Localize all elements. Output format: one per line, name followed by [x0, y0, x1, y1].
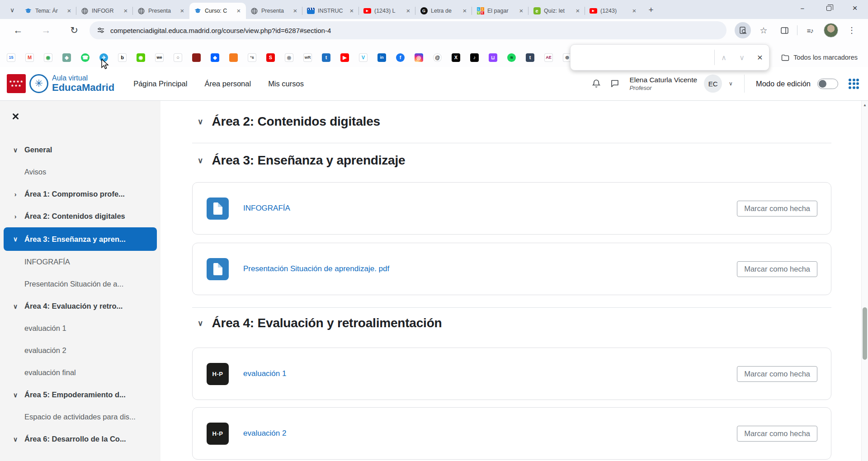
nav--rea-personal[interactable]: Área personal	[204, 80, 251, 88]
sidebar-section-área-4-evaluación-y-retro-[interactable]: ∨Área 4: Evaluación y retro...	[0, 295, 160, 317]
browser-tab-10[interactable]: eQuiz: let×	[528, 3, 585, 19]
wetransfer-favicon[interactable]: we	[155, 53, 164, 62]
browser-tab-11[interactable]: ▶(1243)×	[585, 3, 642, 19]
dropbox-favicon[interactable]: ◆	[211, 53, 219, 62]
sidebar-section-general[interactable]: ∨General	[0, 139, 160, 161]
santander-favicon[interactable]: S	[266, 53, 275, 62]
twitch-favicon[interactable]: ⊔	[489, 53, 497, 62]
close-drawer-icon[interactable]	[10, 111, 22, 122]
tab-search-chevron-icon[interactable]: ∨	[5, 2, 20, 18]
sidebar-section-área-2-contenidos-digitales[interactable]: ›Área 2: Contenidos digitales	[0, 205, 160, 227]
user-menu-chevron-icon[interactable]: ∨	[729, 80, 733, 87]
cs-site-favicon[interactable]: °s	[248, 53, 256, 62]
browser-tab-4[interactable]: Curso: C×	[189, 3, 246, 19]
tab-close-icon[interactable]: ×	[461, 7, 468, 14]
tab-close-icon[interactable]: ×	[574, 7, 581, 14]
sidebar-item-avisos[interactable]: Avisos	[0, 161, 160, 183]
browser-tab-6[interactable]: INSTRUC×	[302, 3, 359, 19]
linkedin-favicon[interactable]: in	[377, 53, 386, 62]
blue-box-site-favicon[interactable]: t	[322, 53, 330, 62]
tab-close-icon[interactable]: ×	[348, 7, 355, 14]
bookmark-star-icon[interactable]: ☆	[755, 22, 772, 38]
back-button[interactable]: ←	[10, 22, 26, 38]
side-panel-icon[interactable]	[776, 22, 793, 38]
google-maps-favicon[interactable]: ◉	[44, 53, 52, 62]
chevron-down-icon[interactable]: ∨	[198, 319, 203, 328]
mark-as-done-button[interactable]: Marcar como hecha	[737, 366, 817, 382]
tab-close-icon[interactable]: ×	[631, 7, 638, 14]
sidebar-item-infografía[interactable]: INFOGRAFÍA	[0, 251, 160, 273]
instagram-favicon[interactable]: ◎	[415, 53, 423, 62]
tab-close-icon[interactable]: ×	[405, 7, 412, 14]
nav-p-gina-principal[interactable]: Página Principal	[133, 80, 187, 88]
browser-tab-7[interactable]: ▶(1243) L×	[359, 3, 415, 19]
edit-mode-toggle[interactable]	[817, 79, 838, 89]
page-scrollbar[interactable]: ▲ ▼	[861, 101, 868, 461]
bitly-favicon[interactable]: b	[118, 53, 127, 62]
scrollbar-thumb[interactable]	[863, 307, 867, 360]
browser-tab-2[interactable]: INFOGR×	[76, 3, 133, 19]
threads-favicon[interactable]: @	[433, 53, 442, 62]
tab-close-icon[interactable]: ×	[179, 7, 186, 14]
gmail-favicon[interactable]: M	[25, 53, 34, 62]
tab-close-icon[interactable]: ×	[235, 7, 242, 14]
sidebar-item-evaluación-1[interactable]: evaluación 1	[0, 317, 160, 339]
tab-close-icon[interactable]: ×	[66, 7, 73, 14]
sidebar-section-área-1-compromiso-profe-[interactable]: ›Área 1: Compromiso profe...	[0, 183, 160, 205]
chevron-down-icon[interactable]: ∨	[198, 117, 203, 127]
mark-as-done-button[interactable]: Marcar como hecha	[737, 201, 817, 216]
apps-grid-icon[interactable]	[849, 79, 859, 89]
sidebar-item-espacio-de-actividades-para-di[interactable]: Espacio de actividades para dis...	[0, 406, 160, 428]
adobe-ae-favicon[interactable]: AE	[544, 53, 553, 62]
chatgpt-favicon[interactable]: ◈	[62, 53, 71, 62]
find-close-button[interactable]: ×	[751, 52, 769, 63]
activity-link[interactable]: Presentación Situación de aprendizaje. p…	[243, 264, 389, 273]
tiktok-favicon[interactable]: ♪	[470, 53, 479, 62]
all-bookmarks-button[interactable]: Todos los marcadores	[781, 54, 861, 61]
activity-link[interactable]: INFOGRAFÍA	[243, 204, 290, 213]
tab-close-icon[interactable]: ×	[292, 7, 299, 14]
mark-as-done-button[interactable]: Marcar como hecha	[737, 261, 817, 277]
find-previous-button[interactable]: ∧	[715, 53, 733, 62]
find-next-button[interactable]: ∨	[733, 53, 751, 62]
tab-close-icon[interactable]: ×	[122, 7, 129, 14]
window-close-button[interactable]: ×	[842, 0, 868, 16]
forward-button[interactable]: →	[38, 22, 54, 38]
activity-link[interactable]: evaluación 2	[243, 429, 286, 438]
facebook-favicon[interactable]: f	[396, 53, 405, 62]
user-block[interactable]: Elena Caturla Vicente Profesor	[629, 75, 697, 92]
tab-close-icon[interactable]: ×	[518, 7, 525, 14]
x-twitter-favicon[interactable]: X	[452, 53, 460, 62]
youtube-favicon[interactable]: ▶	[340, 53, 349, 62]
profile-avatar[interactable]	[823, 22, 839, 38]
site-info-icon[interactable]	[97, 26, 105, 34]
tab-groups-icon[interactable]: ≡♪	[802, 22, 818, 38]
notifications-bell-icon[interactable]	[590, 78, 602, 89]
browser-menu-icon[interactable]: ⋮	[844, 22, 860, 38]
browser-tab-3[interactable]: Presenta×	[133, 3, 189, 19]
section-header[interactable]: ∨Área 4: Evaluación y retroalimentación	[198, 316, 831, 330]
fingerprint-site-favicon[interactable]: ◉	[285, 53, 293, 62]
user-initials-avatar[interactable]: EC	[704, 75, 722, 93]
scroll-up-icon[interactable]: ▲	[862, 103, 868, 107]
browser-tab-1[interactable]: Tema: Ár×	[20, 3, 76, 19]
sidebar-item-presentación-situación-de-a-[interactable]: Presentación Situación de a...	[0, 273, 160, 295]
new-tab-button[interactable]: +	[644, 3, 658, 17]
window-restore-button[interactable]	[816, 0, 842, 16]
duolingo-favicon[interactable]: ◉	[137, 53, 145, 62]
browser-tab-9[interactable]: LIVEEl pagar×	[472, 3, 528, 19]
address-bar[interactable]: competenciadigital.educa.madrid.org/cour…	[90, 21, 726, 39]
browser-tab-5[interactable]: Presenta×	[246, 3, 302, 19]
messages-icon[interactable]	[609, 78, 621, 89]
telegram-favicon[interactable]: ✈	[99, 53, 108, 62]
mark-as-done-button[interactable]: Marcar como hecha	[737, 426, 817, 442]
sidebar-section-área-6-desarrollo-de-la-co-[interactable]: ∨Área 6: Desarrollo de la Co...	[0, 428, 160, 450]
browser-tab-8[interactable]: GLetra de×	[415, 3, 472, 19]
google-calendar-favicon[interactable]: 15	[7, 53, 15, 62]
search-favicon[interactable]: ○	[174, 53, 182, 62]
activity-link[interactable]: evaluación 1	[243, 369, 286, 378]
chevron-down-icon[interactable]: ∨	[198, 156, 203, 165]
sidebar-item-evaluación-final[interactable]: evaluación final	[0, 362, 160, 384]
sidebar-section-área-5-empoderamiento-d-[interactable]: ∨Área 5: Empoderamiento d...	[0, 384, 160, 406]
find-input[interactable]	[571, 45, 714, 70]
